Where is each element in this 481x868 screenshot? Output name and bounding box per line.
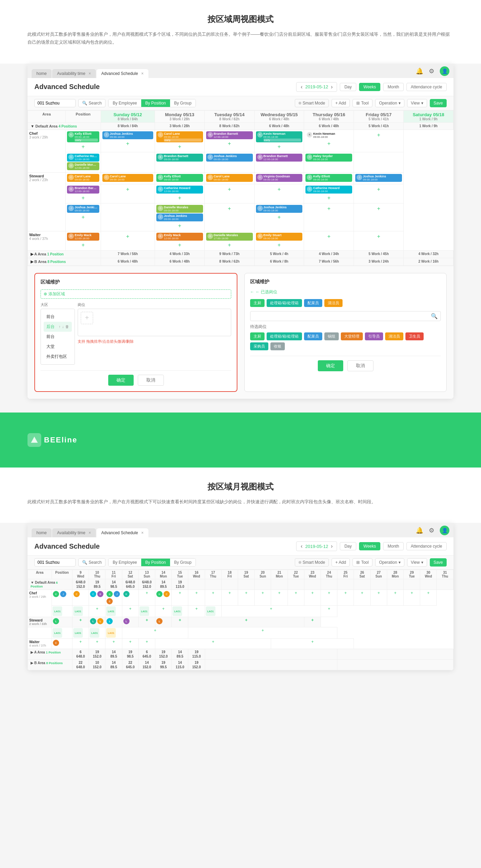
area-delete-icon[interactable]: 🗑: [65, 325, 69, 329]
shift-kelly-steward-fri[interactable]: K Kelly Elliott 09:00-18:00: [305, 174, 352, 182]
shift-danielle-sun[interactable]: D Danielle Morales 12:00-18:00: [67, 162, 99, 170]
month-add-chef-14[interactable]: +: [139, 591, 154, 595]
la01-badge-5[interactable]: LAO1: [172, 606, 182, 616]
by-group-btn[interactable]: By Group: [170, 99, 196, 107]
shift-danielle-waiter-wed[interactable]: D Danielle Morales 17:00-18:00: [206, 233, 253, 241]
month-add-chef2-13[interactable]: +: [123, 606, 138, 611]
area-item-waimai[interactable]: 外卖打包区: [44, 352, 72, 362]
add-shift-steward-thu-3[interactable]: +: [256, 213, 303, 221]
add-btn[interactable]: + Add: [332, 99, 350, 107]
month-add-waiter-11[interactable]: +: [90, 639, 104, 644]
default-area-expand[interactable]: ▼: [31, 124, 34, 128]
shift-emily-tue[interactable]: E Emily Mack 12:00-18:00: [156, 233, 203, 241]
month-add-waiter-10[interactable]: +: [73, 639, 88, 644]
mini-shift-3[interactable]: C: [74, 591, 80, 597]
month-add-chef2-11[interactable]: +: [90, 606, 104, 611]
shift-kelly-sun[interactable]: K Kelly Elliott 09:00-18:00 early: [67, 131, 99, 142]
add-shift-steward-sat[interactable]: +: [355, 186, 402, 193]
month-add-chef-18[interactable]: +: [206, 591, 221, 595]
month-save-btn[interactable]: Save: [430, 558, 447, 567]
la01-badge-6[interactable]: LAO1: [206, 606, 215, 616]
mini-shift-1[interactable]: K: [53, 591, 59, 597]
la01-badge-4[interactable]: LAO1: [139, 606, 149, 616]
mini-shift-8[interactable]: E: [107, 598, 113, 604]
area-down-icon[interactable]: ↓: [62, 325, 64, 329]
steward-mini-6[interactable]: L: [156, 618, 163, 624]
pos-tag-peicaiyuan[interactable]: 配菜员: [304, 299, 322, 307]
month-add-steward-14[interactable]: +: [139, 618, 154, 623]
month-add-steward2-final[interactable]: +: [189, 628, 336, 633]
month-add-steward-10[interactable]: +: [73, 618, 88, 623]
mini-shift-10[interactable]: K: [156, 591, 163, 597]
month-by-group-btn[interactable]: By Group: [170, 559, 196, 566]
month-add-waiter-rest[interactable]: +: [156, 639, 270, 644]
add-area-btn[interactable]: ⊕ 添加区域: [41, 289, 231, 299]
shift-danielle-steward-tue[interactable]: D Danielle Morales 09:00-18:00: [156, 205, 203, 213]
steward-la01-1[interactable]: LAO1: [53, 628, 62, 638]
shift-emily-waiter-thu[interactable]: E Emily Stuart 09:00-18:00: [256, 233, 303, 241]
waiter-mini-1[interactable]: E: [53, 640, 59, 646]
add-shift-steward-sat-3[interactable]: +: [355, 205, 402, 212]
shift-carol-tue[interactable]: C Carol Lane 09:00-18:00 early: [156, 131, 203, 142]
month-add-chef-31[interactable]: +: [421, 591, 436, 595]
pending-tag-yinshou[interactable]: 收银: [270, 342, 285, 350]
shift-kevin-fri[interactable]: K Kevin Newman 09:00-18:00: [305, 131, 352, 139]
back-btn[interactable]: ← ← 已选岗位: [250, 289, 441, 295]
add-shift-steward-mon[interactable]: +: [102, 186, 153, 193]
shift-carol-steward-wed[interactable]: C Carol Lane 09:00-18:00: [206, 174, 253, 182]
b-area-expand[interactable]: ▶: [31, 260, 33, 264]
shift-brandon-wed[interactable]: B Brandon Barnett 12:00-18:00: [206, 131, 253, 139]
month-view-month-btn[interactable]: Month: [383, 542, 403, 550]
month-add-steward2-rest[interactable]: +: [123, 628, 188, 633]
add-shift-steward-fri-2[interactable]: +: [305, 194, 352, 202]
add-shift-steward-wed[interactable]: +: [206, 186, 253, 193]
month-add-chef-19[interactable]: +: [222, 591, 237, 595]
shift-carol-steward-sun[interactable]: C Carol Lane 09:00-18:00: [67, 174, 99, 182]
tool-btn[interactable]: ⊞ Tool: [353, 99, 372, 107]
month-view-attendance-btn[interactable]: Attendance cycle: [406, 542, 447, 550]
view-dropdown-btn[interactable]: View ▾: [407, 99, 427, 107]
la01-badge[interactable]: LAO1: [53, 606, 62, 616]
add-shift-chef-mon[interactable]: +: [102, 140, 153, 147]
month-add-chef-21[interactable]: +: [255, 591, 270, 595]
area-item-qiantai2[interactable]: 前台: [44, 332, 72, 342]
add-shift-chef-wed[interactable]: +: [206, 140, 253, 147]
add-shift-waiter-fri[interactable]: +: [305, 233, 352, 240]
month-add-chef-16[interactable]: +: [172, 591, 187, 595]
add-position-btn[interactable]: +: [81, 312, 93, 324]
month-settings-icon[interactable]: ⚙: [429, 527, 434, 534]
area-item-qiantai[interactable]: 前台: [44, 312, 72, 322]
add-shift-chef-sat[interactable]: +: [355, 131, 402, 139]
shift-joshua-steward-sun[interactable]: J Joshua Jenkins 09:00-18:00: [67, 205, 99, 213]
add-shift-chef-fri[interactable]: +: [305, 140, 352, 147]
shift-brandon-tue[interactable]: B Brandon Barnett 09:00-18:00: [156, 154, 203, 162]
steward-mini-2[interactable]: L: [90, 618, 96, 624]
mini-shift-7[interactable]: J: [114, 591, 120, 597]
right-confirm-btn[interactable]: 确定: [318, 360, 343, 371]
pending-tag-zhuchi[interactable]: 主厨: [250, 332, 265, 340]
prev-date-btn[interactable]: ‹: [299, 84, 304, 90]
shift-kevin-thu[interactable]: K Kevin Newman 09:00-18:00 early: [256, 131, 303, 142]
month-date-navigator[interactable]: ‹ 2019-05-12 ›: [296, 541, 337, 551]
month-tab-advanced[interactable]: Advanced Schedule ×: [97, 528, 148, 537]
a-area-expand[interactable]: ▶: [31, 252, 33, 256]
shift-joshua-wed[interactable]: J Joshua Jenkins 09:00-18:00: [206, 154, 253, 162]
add-shift-waiter-mon[interactable]: +: [102, 233, 153, 240]
pending-tag-peicai[interactable]: 配菜员: [304, 332, 322, 340]
area-up-icon[interactable]: ↑: [59, 325, 61, 329]
mini-shift-6[interactable]: K: [107, 591, 113, 597]
month-add-chef2-15[interactable]: +: [156, 606, 171, 611]
month-add-chef-24[interactable]: +: [305, 591, 320, 595]
add-shift-steward-tue-3[interactable]: +: [156, 222, 203, 230]
month-add-waiter-14[interactable]: +: [139, 639, 154, 644]
pending-tag-chuli[interactable]: 处理箱/箱/处理箱: [267, 332, 302, 340]
month-add-chef-17[interactable]: +: [189, 591, 204, 595]
view-month-btn[interactable]: Month: [383, 83, 403, 91]
month-b-expand[interactable]: ▶: [31, 661, 33, 665]
month-a-expand[interactable]: ▶: [31, 650, 33, 654]
add-shift-steward-thu[interactable]: +: [256, 186, 303, 193]
add-shift-steward-tue[interactable]: +: [156, 194, 203, 202]
smart-mode-toggle[interactable]: Smart Mode: [295, 99, 329, 107]
add-shift-steward-wed-3[interactable]: +: [206, 205, 253, 212]
pending-tag-guozu[interactable]: 锅组: [324, 332, 339, 340]
